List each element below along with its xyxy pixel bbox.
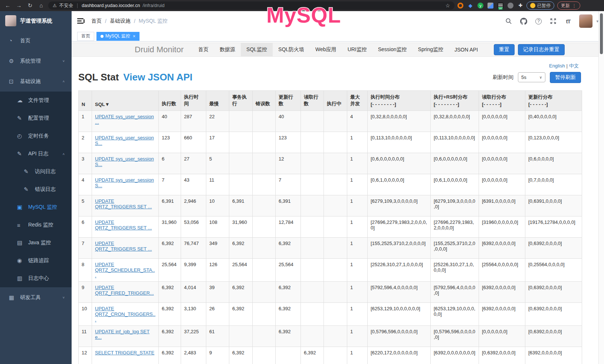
browser-reload-icon[interactable]: ↻ (26, 0, 34, 11)
browser-forward-icon[interactable]: → (15, 0, 23, 11)
sidebar-item-dev-tools[interactable]: ▦研发工具∨ (0, 287, 72, 308)
sidebar-item-file-management[interactable]: ☁文件管理 (0, 92, 72, 109)
sidebar-item-redis-monitor[interactable]: ≡Redis 监控 (0, 216, 72, 234)
breadcrumb-item[interactable]: 首页 (91, 18, 102, 24)
lang-chinese-link[interactable]: 中文 (569, 63, 579, 69)
sidebar-item-scheduled-tasks[interactable]: ◴定时任务 (0, 127, 72, 145)
bookmark-star-icon[interactable]: ☆ (445, 3, 450, 9)
extension-person-icon[interactable] (508, 3, 513, 9)
column-header[interactable]: 最慢 (206, 91, 229, 111)
druid-nav-item-7[interactable]: Spring监控 (413, 43, 449, 57)
column-header[interactable]: 错误数 (253, 91, 276, 111)
browser-back-icon[interactable]: ← (4, 0, 12, 11)
sidebar-item-infrastructure[interactable]: ⊡基础设施∧ (0, 71, 72, 92)
breadcrumb-item[interactable]: 基础设施 (110, 18, 131, 24)
sql-link[interactable]: UPDATE QRTZ_SCHEDULER_STA... (95, 262, 155, 278)
sidebar-item-config-management[interactable]: ✎配置管理 (0, 109, 72, 127)
reset-button[interactable]: 重置 (494, 44, 515, 55)
sidebar-item-system-management[interactable]: ⚙系统管理∨ (0, 51, 72, 71)
sql-link[interactable]: UPDATE QRTZ_CRON_TRIGGERS... (95, 306, 155, 322)
page-scrollbar[interactable] (598, 11, 604, 364)
toolbox-icon: ▦ (9, 294, 18, 301)
druid-nav-item-6[interactable]: Session监控 (372, 43, 413, 57)
column-header[interactable]: 事务执行 (229, 91, 253, 111)
cell: [6253,129,10,0,0,0,0,0] (368, 303, 431, 326)
user-avatar[interactable] (579, 14, 592, 28)
cell: [0,0,0,0,0,0] (479, 132, 525, 153)
column-header[interactable]: 读取行分布[- - - - - -] (479, 91, 525, 111)
search-icon[interactable] (505, 17, 512, 25)
sql-link[interactable]: UPDATE QRTZ_FIRED_TRIGGER... (95, 285, 154, 296)
refresh-interval-value: 5s (521, 75, 526, 80)
refresh-interval-select[interactable]: 5s ∨ (518, 72, 545, 82)
scrollbar-thumb[interactable] (600, 13, 603, 54)
druid-nav-item-0[interactable]: 首页 (193, 43, 214, 57)
column-header[interactable]: 执行+RS时分布[- - - - - - - -] (431, 91, 479, 111)
help-icon[interactable]: ? (535, 17, 542, 25)
sidebar-item-log-center[interactable]: ▥日志中心 (0, 269, 72, 287)
column-header[interactable]: 读取行数 (301, 91, 324, 111)
column-header[interactable]: 最大并发 (347, 91, 368, 111)
extension-gem-icon[interactable]: ◆ (467, 3, 473, 9)
sidebar-item-home[interactable]: ◔首页 (0, 30, 72, 51)
sidebar-item-api-logs[interactable]: ✎API 日志∧ (0, 145, 72, 163)
sidebar-item-label: 研发工具 (20, 294, 41, 301)
tab-home[interactable]: 首页 (77, 32, 94, 41)
github-icon[interactable] (520, 17, 527, 25)
column-header[interactable]: 更新行分布[- - - - - -] (525, 91, 582, 111)
sql-link[interactable]: UPDATE sys_user_session S... (95, 135, 154, 146)
sql-link[interactable]: SELECT TRIGGER_STATE (95, 350, 154, 355)
column-header[interactable]: 执行时间 (181, 91, 206, 111)
tab-label: MySQL 监控 (105, 33, 130, 39)
sidebar-item-error-logs[interactable]: ✎错误日志 (0, 181, 72, 198)
sql-link[interactable]: UPDATE QRTZ_TRIGGERS SET ... (95, 198, 152, 209)
column-header[interactable]: 执行中 (324, 91, 347, 111)
cell: [0,7,0,0,0,0] (525, 174, 582, 195)
sql-link[interactable]: UPDATE sys_user_session S... (95, 177, 154, 188)
sidebar-toggle-hamburger-icon[interactable] (77, 18, 85, 24)
column-header[interactable]: 执行时间分布[- - - - - - - -] (368, 91, 431, 111)
column-header[interactable]: SQL▼ (92, 91, 159, 111)
cell (253, 326, 276, 347)
sidebar-item-trace[interactable]: ◉链路追踪 (0, 252, 72, 269)
extension-y-icon[interactable]: y (477, 3, 483, 9)
column-header[interactable]: N (79, 91, 92, 111)
browser-home-icon[interactable]: ⌂ (37, 0, 45, 11)
browser-update-button[interactable]: 更新 ⋮ (557, 1, 580, 10)
pause-refresh-button[interactable]: 暂停刷新 (550, 72, 581, 83)
extension-ring-icon[interactable] (457, 3, 463, 9)
druid-nav-item-1[interactable]: 数据源 (214, 43, 241, 57)
address-bar[interactable]: ⚠ 不安全 dashboard.yudao.iocoder.cn/infra/d… (48, 1, 454, 10)
log-and-reset-button[interactable]: 记录日志并重置 (518, 44, 565, 55)
sql-link[interactable]: UPDATE sys_user_session ... (95, 114, 154, 125)
fullscreen-icon[interactable] (549, 17, 557, 25)
druid-nav-item-2[interactable]: SQL监控 (241, 43, 273, 57)
sidebar-item-java-monitor[interactable]: ▤Java 监控 (0, 234, 72, 252)
druid-nav-item-5[interactable]: URI监控 (342, 43, 372, 57)
druid-nav-item-8[interactable]: JSON API (449, 43, 483, 57)
druid-nav-item-4[interactable]: Web应用 (310, 43, 342, 57)
view-json-api-link[interactable]: View JSON API (123, 72, 192, 83)
sidebar-item-access-logs[interactable]: ✎访问日志 (0, 163, 72, 181)
column-histogram-scale: [- - - - - -] (528, 102, 579, 107)
page-title: SQL Stat (78, 72, 119, 83)
extension-list-icon[interactable]: on (498, 3, 503, 9)
extension-squares-icon[interactable] (488, 3, 493, 9)
cell: 76,747 (181, 238, 206, 259)
tab-close-icon[interactable]: × (133, 34, 135, 39)
cell: 1 (347, 259, 368, 282)
extensions-puzzle-icon[interactable]: ✚ (518, 3, 523, 9)
lang-english-link[interactable]: English (549, 63, 565, 69)
sql-link[interactable]: UPDATE sys_user_session S... (95, 156, 154, 167)
browser-menu-dots-icon[interactable]: ⋮ (572, 3, 577, 9)
tab-mysql-monitor[interactable]: MySQL 监控× (96, 32, 139, 41)
font-size-icon[interactable]: tT (564, 17, 572, 25)
druid-nav-item-3[interactable]: SQL防火墙 (273, 43, 310, 57)
column-header[interactable]: 更新行数 (276, 91, 301, 111)
column-header[interactable]: 执行数 (159, 91, 181, 111)
sql-link[interactable]: UPDATE inf_job_log SET e... (95, 329, 150, 340)
sql-link[interactable]: UPDATE QRTZ_TRIGGERS SET ... (95, 219, 152, 231)
sidebar-item-mysql-monitor[interactable]: ▣MySQL 监控 (0, 198, 72, 216)
paused-badge[interactable]: 已暂停 (526, 1, 554, 10)
sql-link[interactable]: UPDATE QRTZ_TRIGGERS SET ... (95, 241, 152, 252)
